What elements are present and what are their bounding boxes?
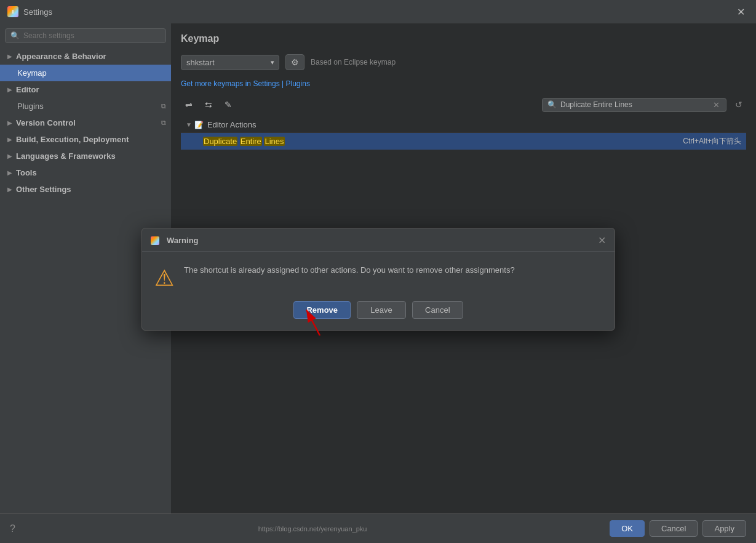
chevron-right-icon: ▶ [7, 136, 12, 143]
warning-triangle-icon: ⚠ [154, 265, 174, 291]
scheme-select[interactable]: shkstart [181, 55, 279, 70]
highlight-lines: Lines [264, 137, 284, 146]
keymap-scheme-row: shkstart ⚙ Based on Eclipse keymap [181, 54, 746, 70]
sidebar-item-label: Version Control [16, 118, 76, 127]
sidebar-item-plugins[interactable]: Plugins ⧉ [0, 98, 171, 115]
chevron-right-icon: ▶ [7, 86, 12, 93]
help-button[interactable]: ? [10, 523, 15, 534]
filter2-button[interactable]: ⇆ [201, 97, 217, 112]
chevron-right-icon: ▶ [7, 153, 12, 159]
filter1-button[interactable]: ⇌ [181, 97, 197, 112]
dialog-title-bar: Warning ✕ [142, 228, 615, 252]
apply-button[interactable]: Apply [702, 520, 746, 537]
title-bar: I Settings ✕ [0, 0, 756, 23]
sidebar-item-languages[interactable]: ▶ Languages & Frameworks [0, 148, 171, 164]
dialog-title-left: Warning [151, 236, 199, 245]
chevron-right-icon: ▶ [7, 53, 12, 60]
sidebar-item-label: Tools [16, 168, 37, 177]
duplicate-lines-action[interactable]: Duplicate Entire Lines Ctrl+Alt+向下箭头 [181, 133, 746, 150]
scheme-select-wrapper: shkstart [181, 55, 279, 70]
svg-line-1 [306, 310, 320, 336]
sidebar-item-label: Appearance & Behavior [16, 52, 106, 61]
title-bar-left: I Settings [7, 6, 52, 17]
sidebar-item-tools[interactable]: ▶ Tools [0, 164, 171, 181]
window-close-button[interactable]: ✕ [733, 5, 749, 19]
url-text: https://blog.csdn.net/yerenyuan_pku [258, 525, 367, 533]
dialog-body: ⚠ The shortcut is already assigned to ot… [142, 252, 615, 301]
sidebar-search-input[interactable] [23, 31, 161, 40]
sidebar-item-label: Keymap [17, 68, 47, 78]
chevron-right-icon: ▶ [7, 169, 12, 176]
toolbar-row: ⇌ ⇆ ✎ 🔍 ✕ ↺ [181, 97, 746, 112]
based-on-text: Based on Eclipse keymap [311, 58, 396, 66]
sidebar-item-build[interactable]: ▶ Build, Execution, Deployment [0, 131, 171, 148]
clear-search-button[interactable]: ✕ [712, 100, 721, 110]
sidebar-search-box[interactable]: 🔍 [5, 28, 166, 43]
dialog-close-button[interactable]: ✕ [598, 235, 606, 246]
edit-button[interactable]: ✎ [220, 97, 236, 112]
copy-icon: ⧉ [161, 119, 166, 127]
search-icon: 🔍 [547, 100, 557, 109]
highlight-entire: Entire [240, 137, 262, 146]
search-icon: 🔍 [10, 31, 20, 40]
dialog-title: Warning [167, 236, 199, 245]
main-window: I Settings ✕ 🔍 ▶ Appearance & Behavior K… [0, 0, 756, 543]
get-more-link[interactable]: Get more keymaps in Settings | Plugins [181, 79, 310, 88]
expand-icon: ▼ [186, 121, 192, 128]
sidebar-item-editor[interactable]: ▶ Editor [0, 81, 171, 98]
dialog-cancel-button[interactable]: Cancel [412, 301, 463, 319]
cancel-button[interactable]: Cancel [650, 520, 698, 537]
sidebar-item-label: Plugins [17, 102, 44, 111]
sidebar-item-label: Languages & Frameworks [16, 151, 116, 161]
sidebar-item-label: Build, Execution, Deployment [16, 135, 129, 144]
group-label: Editor Actions [207, 120, 257, 129]
dialog-app-icon [151, 236, 159, 245]
gear-button[interactable]: ⚙ [285, 54, 304, 70]
shortcut-label: Ctrl+Alt+向下箭头 [683, 136, 741, 147]
search-filter-input[interactable] [560, 100, 708, 109]
bottom-bar: ? https://blog.csdn.net/yerenyuan_pku OK… [0, 513, 756, 543]
get-more-row: Get more keymaps in Settings | Plugins [181, 78, 746, 89]
toolbar-left: ⇌ ⇆ ✎ [181, 97, 236, 112]
arrow-indicator [295, 305, 332, 338]
sidebar-item-label: Other Settings [16, 185, 71, 194]
ok-button[interactable]: OK [610, 520, 645, 537]
warning-dialog: Warning ✕ ⚠ The shortcut is already assi… [141, 228, 615, 331]
editor-actions-group[interactable]: ▼ 📝 Editor Actions [181, 117, 746, 133]
dialog-buttons: Remove Leave Cancel [142, 301, 615, 330]
arrow-svg [295, 305, 332, 336]
sidebar-item-label: Editor [16, 85, 39, 94]
group-icon: 📝 [194, 121, 204, 129]
restore-button[interactable]: ↺ [731, 97, 746, 112]
app-icon: I [7, 6, 18, 17]
sidebar-item-other[interactable]: ▶ Other Settings [0, 181, 171, 198]
window-title: Settings [23, 7, 52, 17]
copy-icon: ⧉ [161, 102, 166, 110]
dialog-message: The shortcut is already assigned to othe… [184, 264, 515, 276]
leave-button[interactable]: Leave [357, 301, 406, 319]
chevron-right-icon: ▶ [7, 119, 12, 126]
chevron-right-icon: ▶ [7, 186, 12, 193]
sidebar-item-keymap[interactable]: Keymap [0, 65, 171, 81]
sidebar-item-version-control[interactable]: ▶ Version Control ⧉ [0, 115, 171, 131]
action-label: Duplicate Entire Lines [203, 137, 285, 146]
panel-title: Keymap [181, 33, 746, 44]
search-filter-box[interactable]: 🔍 ✕ [542, 98, 726, 112]
highlight-duplicate: Duplicate [203, 137, 237, 146]
sidebar-item-appearance[interactable]: ▶ Appearance & Behavior [0, 48, 171, 65]
